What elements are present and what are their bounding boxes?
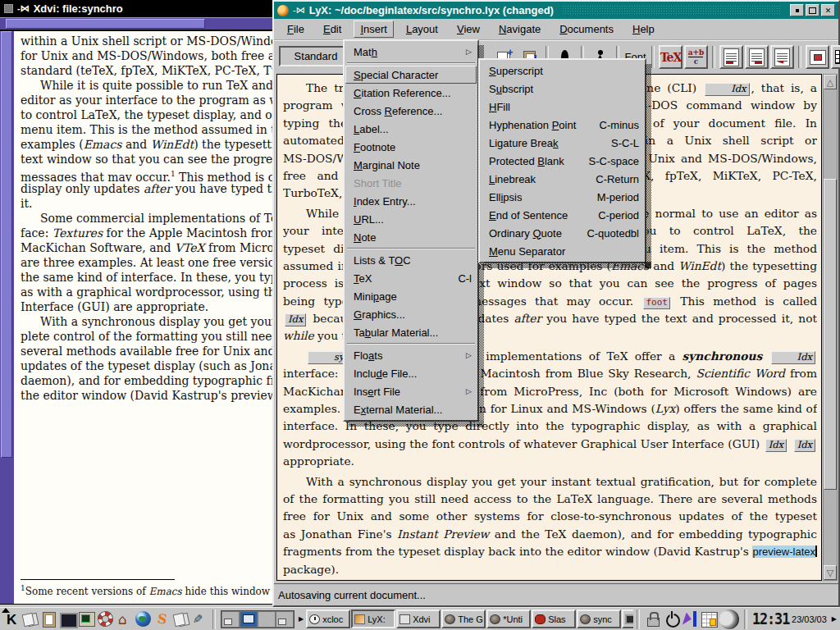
maximize-button[interactable] bbox=[806, 4, 819, 16]
menu-item-insert-file[interactable]: Insert File▷ bbox=[345, 382, 477, 400]
panel-hide-arrow-icon[interactable]: ▶ bbox=[832, 615, 837, 623]
help-icon[interactable] bbox=[96, 609, 115, 629]
menu-item-minipage[interactable]: Minipage bbox=[345, 287, 477, 305]
scroll-left-arrow-icon[interactable]: ▶ bbox=[299, 615, 304, 623]
task-button-lyx[interactable]: LyX: bbox=[351, 609, 395, 628]
menu-separator bbox=[347, 343, 475, 345]
document-scrollbar[interactable]: △ ▽ bbox=[823, 74, 838, 581]
idx-inset[interactable]: Idx bbox=[285, 313, 306, 326]
editor-icon[interactable] bbox=[190, 609, 209, 629]
menu-item-ellipsis[interactable]: EllipsisM-period bbox=[481, 188, 644, 206]
power-icon[interactable] bbox=[662, 609, 681, 629]
browser-icon[interactable] bbox=[134, 609, 153, 629]
menu-item-tabular-material[interactable]: Tabular Material... bbox=[345, 323, 477, 341]
idx-inset[interactable]: Idx bbox=[765, 439, 787, 452]
insert-table-button[interactable] bbox=[831, 45, 840, 69]
idx-inset[interactable]: Idx bbox=[794, 439, 815, 452]
menu-item-index-entry[interactable]: Index Entry... bbox=[345, 192, 477, 210]
menu-item-ordinary-quote[interactable]: Ordinary QuoteC-quotedbl bbox=[481, 224, 644, 242]
depth-decrement-button[interactable] bbox=[770, 45, 794, 69]
menu-item-external-material[interactable]: External Material... bbox=[345, 400, 477, 418]
scrollbar-thumb[interactable] bbox=[1, 31, 12, 458]
menu-item-floats[interactable]: Floats▷ bbox=[345, 346, 477, 364]
pager-desktop-4[interactable] bbox=[276, 611, 294, 628]
layout-combo[interactable]: Standard bbox=[279, 46, 353, 66]
math-mode-button[interactable]: a+bc bbox=[684, 45, 708, 69]
menubar-item-layout[interactable]: Layout bbox=[399, 21, 445, 38]
pager-desktop-2[interactable] bbox=[240, 611, 258, 628]
menu-item-tex[interactable]: TeXC-l bbox=[345, 269, 477, 287]
file-manager-icon[interactable] bbox=[21, 609, 39, 629]
menu-item-lists-toc[interactable]: Lists & TOC bbox=[345, 251, 477, 269]
kde-app-icon[interactable] bbox=[153, 609, 171, 629]
menubar-item-documents[interactable]: Documents bbox=[553, 21, 620, 38]
documents-icon[interactable] bbox=[171, 609, 190, 629]
task-button-xdvi[interactable]: Xdvi bbox=[396, 609, 441, 628]
selected-text[interactable]: preview-latex bbox=[752, 546, 815, 558]
menubar-item-help[interactable]: Help bbox=[626, 21, 661, 38]
menubar-item-insert[interactable]: Insert bbox=[354, 21, 394, 38]
paragraph-environment-button[interactable] bbox=[719, 45, 743, 69]
menu-item-citation-reference[interactable]: Citation Reference... bbox=[345, 84, 477, 102]
menu-item-linebreak[interactable]: LinebreakC-Return bbox=[481, 170, 644, 188]
menubar-item-view[interactable]: View bbox=[450, 21, 486, 38]
xdvi-horizontal-scrollbar[interactable] bbox=[0, 17, 273, 30]
menu-item-hfill[interactable]: HFill bbox=[481, 98, 644, 116]
menu-item-graphics[interactable]: Graphics... bbox=[345, 305, 477, 323]
insert-figure-button[interactable] bbox=[806, 45, 829, 69]
pager-desktop-1[interactable] bbox=[221, 611, 240, 628]
menu-item-end-of-sentence[interactable]: End of SentenceC-period bbox=[481, 206, 644, 224]
task-button-xcloc[interactable]: xcloc bbox=[306, 609, 350, 628]
menu-item-footnote[interactable]: Footnote bbox=[345, 138, 477, 156]
menu-item-subscript[interactable]: Subscript bbox=[481, 80, 644, 98]
menubar-item-edit[interactable]: Edit bbox=[317, 21, 348, 38]
clipboard-icon[interactable] bbox=[39, 609, 58, 629]
menu-item-note[interactable]: Note bbox=[345, 228, 477, 246]
pager-desktop-3[interactable] bbox=[258, 611, 276, 628]
paint-icon[interactable] bbox=[681, 609, 700, 629]
menu-item-cross-reference[interactable]: Cross Reference... bbox=[345, 102, 477, 120]
xdvi-vertical-scrollbar[interactable] bbox=[0, 31, 14, 604]
scroll-up-icon[interactable]: △ bbox=[824, 75, 837, 89]
menu-item-include-file[interactable]: Include File... bbox=[345, 364, 477, 382]
pin-icon[interactable]: -⋈ bbox=[293, 5, 305, 16]
lyx-titlebar[interactable]: -⋈ LyX: ~/doc/beginlatex/src/synchro.lyx… bbox=[274, 2, 838, 19]
terminal-icon[interactable] bbox=[77, 609, 96, 629]
task-button-slas[interactable]: Slas bbox=[532, 609, 576, 628]
menu-item-special-character[interactable]: Special Character bbox=[345, 66, 477, 84]
task-button-pete[interactable]: pete bbox=[622, 609, 633, 628]
xdvi-titlebar[interactable]: -⋈ Xdvi: file:synchro bbox=[0, 0, 273, 17]
calendar-icon[interactable] bbox=[700, 609, 719, 629]
menu-item-protected-blank[interactable]: Protected BlankS-C-space bbox=[481, 152, 644, 170]
pin-icon[interactable]: -⋈ bbox=[17, 3, 30, 14]
home-icon[interactable] bbox=[115, 609, 134, 629]
scroll-down-icon[interactable]: ▽ bbox=[824, 565, 837, 580]
menu-item-short-title[interactable]: Short Title bbox=[345, 174, 477, 192]
idx-inset[interactable]: Idx bbox=[771, 351, 815, 364]
menu-item-hyphenation-point[interactable]: Hyphenation PointC-minus bbox=[481, 116, 644, 134]
screen-icon[interactable] bbox=[58, 609, 77, 629]
task-button-the-g[interactable]: The G bbox=[441, 609, 486, 628]
footnote-inset[interactable]: foot bbox=[643, 297, 670, 309]
task-button-sync[interactable]: sync bbox=[577, 609, 621, 628]
scrollbar-thumb[interactable] bbox=[6, 19, 205, 29]
menu-item-url[interactable]: URL... bbox=[345, 210, 477, 228]
tex-mode-button[interactable]: TeX bbox=[659, 45, 682, 69]
idx-inset[interactable]: Idx bbox=[705, 83, 749, 96]
menu-item-label[interactable]: Label... bbox=[345, 120, 477, 138]
scrollbar-thumb[interactable] bbox=[824, 179, 837, 490]
lock-icon[interactable] bbox=[643, 609, 662, 629]
menubar-item-navigate[interactable]: Navigate bbox=[492, 21, 547, 38]
depth-increment-button[interactable] bbox=[745, 45, 769, 69]
menu-item-menu-separator[interactable]: Menu Separator bbox=[481, 242, 644, 260]
close-button[interactable]: ✕ bbox=[821, 4, 835, 16]
menu-item-superscript[interactable]: Superscript bbox=[481, 62, 644, 80]
minimize-button[interactable] bbox=[790, 4, 804, 16]
menu-item-math[interactable]: Math▷ bbox=[345, 43, 477, 61]
menu-item-marginal-note[interactable]: Marginal Note bbox=[345, 156, 477, 174]
task-button-unti[interactable]: *Unti bbox=[486, 609, 531, 628]
menubar-item-file[interactable]: File bbox=[281, 21, 311, 38]
k-menu-button[interactable] bbox=[2, 609, 21, 629]
moon-phase-icon[interactable] bbox=[719, 609, 741, 629]
menu-item-ligature-break[interactable]: Ligature BreakS-C-L bbox=[481, 134, 644, 152]
